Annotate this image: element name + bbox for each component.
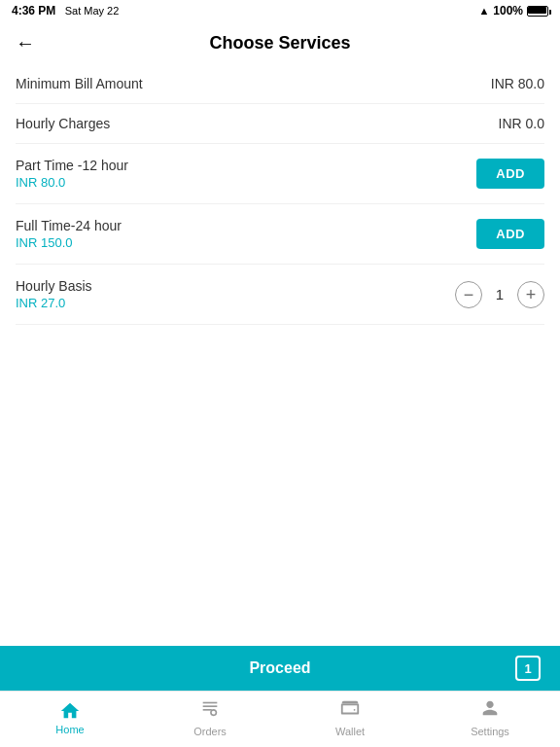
home-icon [59,700,81,722]
service-price-fulltime: INR 150.0 [16,235,122,250]
proceed-bar[interactable]: Proceed 1 [0,646,560,691]
content-area: Minimum Bill Amount INR 80.0 Hourly Char… [0,64,560,646]
bottom-nav: Home Orders Wallet Settings [0,691,560,747]
status-time-date: 4:36 PM Sat May 22 [12,4,119,18]
service-row-fulltime: Full Time-24 hour INR 150.0 ADD [16,204,544,265]
min-bill-row: Minimum Bill Amount INR 80.0 [16,64,544,104]
battery-icon [527,6,548,17]
status-bar: 4:36 PM Sat May 22 ▲ 100% [0,0,560,21]
nav-item-settings[interactable]: Settings [461,697,519,737]
min-bill-label: Minimum Bill Amount [16,76,143,91]
nav-label-settings: Settings [471,726,509,737]
hourly-charges-label: Hourly Charges [16,116,110,131]
add-button-fulltime[interactable]: ADD [476,219,544,249]
add-button-parttime[interactable]: ADD [476,159,544,189]
service-name-parttime: Part Time -12 hour [16,158,128,173]
min-bill-value: INR 80.0 [491,76,544,91]
battery-percent: 100% [493,4,523,18]
nav-item-home[interactable]: Home [41,700,99,735]
service-info-fulltime: Full Time-24 hour INR 150.0 [16,218,122,250]
decrement-button-hourly[interactable]: − [455,281,482,308]
wallet-icon [339,697,361,724]
proceed-label: Proceed [249,659,310,677]
service-price-hourly: INR 27.0 [16,296,92,310]
wifi-icon: ▲ [478,5,489,17]
page-title: Choose Services [209,33,350,53]
qty-value-hourly: 1 [492,286,508,302]
service-name-hourly: Hourly Basis [16,278,92,294]
top-nav: ← Choose Services [0,21,560,64]
status-time: 4:36 PM [12,4,55,18]
nav-label-home: Home [55,724,84,735]
back-button[interactable]: ← [16,33,35,53]
nav-label-orders: Orders [193,726,227,737]
orders-icon [199,697,221,724]
nav-label-wallet: Wallet [335,726,365,737]
settings-icon [479,697,501,724]
service-row-hourly: Hourly Basis INR 27.0 − 1 + [16,265,544,325]
nav-item-orders[interactable]: Orders [181,697,239,737]
status-right: ▲ 100% [478,4,548,18]
increment-button-hourly[interactable]: + [517,281,544,308]
hourly-charges-row: Hourly Charges INR 0.0 [16,104,544,144]
service-row-parttime: Part Time -12 hour INR 80.0 ADD [16,144,544,204]
proceed-badge: 1 [515,656,541,681]
nav-item-wallet[interactable]: Wallet [321,697,379,737]
status-date: Sat May 22 [65,5,120,17]
service-info-hourly: Hourly Basis INR 27.0 [16,278,92,310]
qty-control-hourly: − 1 + [455,281,544,308]
service-name-fulltime: Full Time-24 hour [16,218,122,233]
svg-point-3 [211,710,217,716]
service-price-parttime: INR 80.0 [16,175,128,190]
service-info-parttime: Part Time -12 hour INR 80.0 [16,158,128,190]
hourly-charges-value: INR 0.0 [499,116,544,131]
